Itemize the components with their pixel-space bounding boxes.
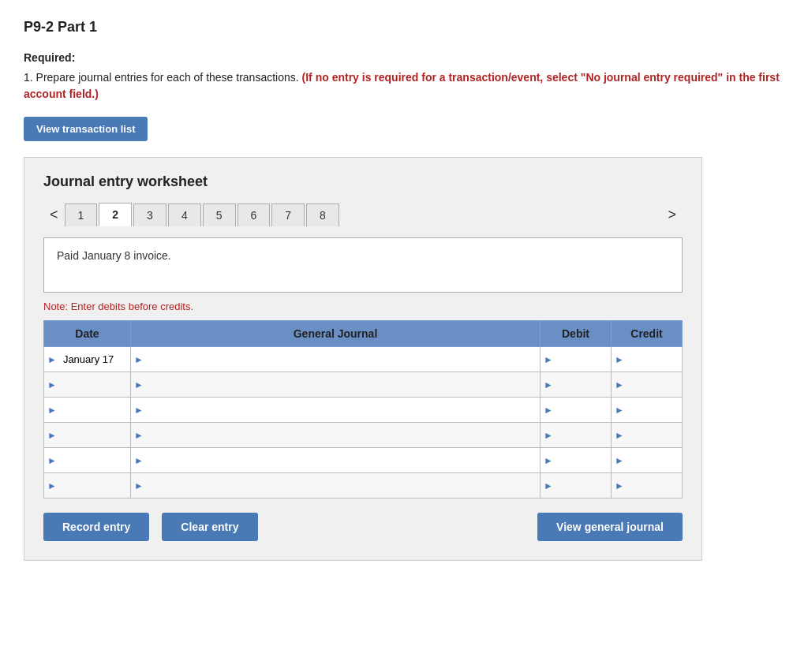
tab-7[interactable]: 7 <box>271 203 305 226</box>
debit-input-5[interactable] <box>553 451 611 469</box>
date-input-5[interactable] <box>57 451 130 469</box>
table-row: ► ► ► <box>44 372 683 398</box>
description-box: Paid January 8 invoice. <box>43 237 683 293</box>
buttons-row: Record entry Clear entry View general jo… <box>43 513 683 541</box>
journal-input-5[interactable] <box>144 451 540 469</box>
credit-input-1[interactable] <box>624 350 682 368</box>
view-transaction-button[interactable]: View transaction list <box>24 117 148 141</box>
col-general-journal-header: General Journal <box>131 321 541 347</box>
journal-cell-2: ► <box>131 372 541 398</box>
col-debit-header: Debit <box>541 321 612 347</box>
credit-input-5[interactable] <box>624 451 682 469</box>
date-cell-6: ► <box>44 473 131 498</box>
tab-1[interactable]: 1 <box>65 203 98 226</box>
journal-input-6[interactable] <box>144 476 540 495</box>
debit-arrow-3: ► <box>541 405 553 416</box>
debit-input-3[interactable] <box>553 401 611 419</box>
debit-arrow-1: ► <box>541 354 553 365</box>
journal-cell-6: ► <box>131 473 541 498</box>
table-row: ► ► ► <box>44 448 683 473</box>
tab-next-button[interactable]: > <box>661 203 683 226</box>
instructions-text: 1. Prepare journal entries for each of t… <box>24 69 784 103</box>
tab-4[interactable]: 4 <box>168 203 201 226</box>
col-credit-header: Credit <box>612 321 683 347</box>
worksheet-title: Journal entry worksheet <box>43 174 683 190</box>
table-row: ► ► ► <box>44 398 683 423</box>
date-arrow-1: ► <box>44 354 57 365</box>
date-arrow-5: ► <box>44 455 57 466</box>
credit-cell-5: ► <box>612 448 683 473</box>
debit-cell-5: ► <box>541 448 612 473</box>
tab-5[interactable]: 5 <box>203 203 236 226</box>
view-general-journal-button[interactable]: View general journal <box>537 513 683 541</box>
date-cell-4: ► <box>44 423 131 448</box>
credit-input-2[interactable] <box>624 375 682 394</box>
date-cell-1: ► <box>44 347 131 372</box>
debit-cell-1: ► <box>541 347 612 372</box>
credit-input-3[interactable] <box>624 401 682 419</box>
debit-arrow-2: ► <box>541 379 553 390</box>
journal-arrow-1: ► <box>131 354 144 365</box>
debit-cell-6: ► <box>541 473 612 498</box>
record-entry-button[interactable]: Record entry <box>43 513 149 541</box>
credit-arrow-1: ► <box>612 354 624 365</box>
date-input-6[interactable] <box>57 476 130 495</box>
credit-cell-6: ► <box>612 473 683 498</box>
journal-input-3[interactable] <box>144 401 540 419</box>
tab-6[interactable]: 6 <box>238 203 271 226</box>
journal-arrow-4: ► <box>131 430 144 441</box>
debit-arrow-6: ► <box>541 480 553 491</box>
journal-cell-5: ► <box>131 448 541 473</box>
credit-arrow-6: ► <box>612 480 624 491</box>
debit-cell-4: ► <box>541 423 612 448</box>
credit-input-6[interactable] <box>624 476 682 495</box>
date-input-1[interactable] <box>57 350 130 368</box>
journal-cell-3: ► <box>131 398 541 423</box>
required-label: Required: <box>24 50 784 66</box>
table-row: ► ► ► <box>44 473 683 498</box>
credit-cell-4: ► <box>612 423 683 448</box>
debit-input-1[interactable] <box>553 350 611 368</box>
journal-input-4[interactable] <box>144 426 540 444</box>
debit-cell-2: ► <box>541 372 612 398</box>
credit-cell-2: ► <box>612 372 683 398</box>
credit-arrow-4: ► <box>612 430 624 441</box>
table-row: ► ► ► <box>44 423 683 448</box>
tabs-row: < 1 2 3 4 5 6 7 8 > <box>43 203 683 226</box>
credit-arrow-2: ► <box>612 379 624 390</box>
note-text: Note: Enter debits before credits. <box>43 301 683 312</box>
debit-arrow-4: ► <box>541 430 553 441</box>
credit-arrow-5: ► <box>612 455 624 466</box>
tab-3[interactable]: 3 <box>133 203 166 226</box>
page-title: P9-2 Part 1 <box>24 19 784 35</box>
debit-arrow-5: ► <box>541 455 553 466</box>
tab-prev-button[interactable]: < <box>43 203 65 226</box>
debit-input-2[interactable] <box>553 375 611 394</box>
journal-arrow-3: ► <box>131 405 144 416</box>
date-cell-2: ► <box>44 372 131 398</box>
tab-8[interactable]: 8 <box>306 203 339 226</box>
credit-cell-1: ► <box>612 347 683 372</box>
journal-input-2[interactable] <box>144 375 540 394</box>
journal-cell-1: ► <box>131 347 541 372</box>
date-arrow-6: ► <box>44 480 57 491</box>
credit-arrow-3: ► <box>612 405 624 416</box>
worksheet-container: Journal entry worksheet < 1 2 3 4 5 6 7 … <box>24 157 702 561</box>
tab-2[interactable]: 2 <box>99 203 132 226</box>
date-cell-3: ► <box>44 398 131 423</box>
debit-input-6[interactable] <box>553 476 611 495</box>
date-input-4[interactable] <box>57 426 130 444</box>
col-date-header: Date <box>44 321 131 347</box>
date-arrow-4: ► <box>44 430 57 441</box>
journal-arrow-2: ► <box>131 379 144 390</box>
clear-entry-button[interactable]: Clear entry <box>162 513 257 541</box>
debit-cell-3: ► <box>541 398 612 423</box>
journal-input-1[interactable] <box>144 350 540 368</box>
date-input-2[interactable] <box>57 375 130 394</box>
debit-input-4[interactable] <box>553 426 611 444</box>
journal-arrow-5: ► <box>131 455 144 466</box>
credit-input-4[interactable] <box>624 426 682 444</box>
journal-arrow-6: ► <box>131 480 144 491</box>
date-input-3[interactable] <box>57 401 130 419</box>
journal-table: Date General Journal Debit Credit ► ► <box>43 320 683 498</box>
